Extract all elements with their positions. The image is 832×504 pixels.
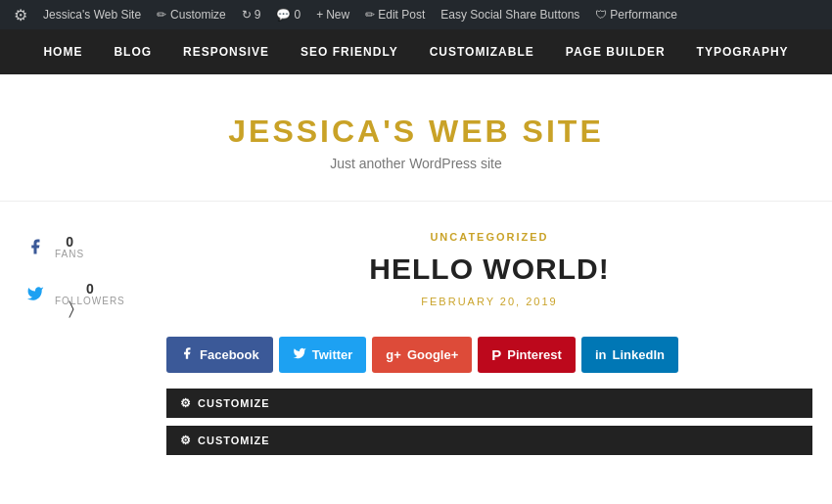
twitter-count: 0 (86, 282, 94, 296)
customize-label-2: CUSTOMIZE (198, 435, 270, 446)
share-buttons: Facebook Twitter g+ Google+ P Pinterest … (166, 337, 812, 373)
twitter-icon (20, 278, 51, 309)
facebook-label: FANS (55, 249, 84, 259)
share-linkedin-label: LinkedIn (612, 347, 664, 362)
customize-buttons: ⚙ CUSTOMIZE ⚙ CUSTOMIZE (166, 389, 812, 459)
facebook-count: 0 (66, 235, 73, 249)
nav-seo[interactable]: SEO FRIENDLY (285, 29, 414, 74)
share-twitter-label: Twitter (312, 347, 353, 362)
content-area: 0 FANS 0 FOLLOWERS 〉 UNCATEGORIZED HELLO… (0, 202, 832, 488)
nav-blog[interactable]: BLOG (98, 29, 167, 74)
comments-count: 0 (294, 8, 300, 22)
twitter-label: FOLLOWERS (55, 296, 125, 306)
share-facebook-label: Facebook (200, 347, 259, 362)
updates-link[interactable]: ↻ 9 (234, 0, 269, 29)
customize-button-2[interactable]: ⚙ CUSTOMIZE (166, 426, 812, 455)
post-date: FEBRUARY 20, 2019 (166, 296, 812, 307)
site-header: JESSICA'S WEB SITE Just another WordPres… (0, 74, 832, 202)
twitter-counter[interactable]: 0 FOLLOWERS 〉 (20, 278, 137, 309)
twitter-share-icon (293, 346, 306, 363)
easy-social-link[interactable]: Easy Social Share Buttons (433, 0, 587, 29)
main-content: UNCATEGORIZED HELLO WORLD! FEBRUARY 20, … (147, 231, 812, 459)
facebook-icon (20, 231, 51, 262)
nav-page-builder[interactable]: PAGE BUILDER (550, 29, 681, 74)
edit-post-link[interactable]: ✏ Edit Post (357, 0, 433, 29)
easy-social-label: Easy Social Share Buttons (440, 8, 579, 22)
site-name-link[interactable]: Jessica's Web Site (35, 0, 149, 29)
site-tagline: Just another WordPress site (0, 156, 832, 171)
main-nav: HOME BLOG RESPONSIVE SEO FRIENDLY CUSTOM… (0, 29, 832, 74)
performance-label: Performance (610, 8, 677, 22)
share-googleplus-button[interactable]: g+ Google+ (372, 337, 472, 373)
customize-label: Customize (170, 8, 226, 22)
nav-home[interactable]: HOME (27, 29, 98, 74)
site-name: Jessica's Web Site (43, 8, 141, 22)
new-label: New (326, 8, 349, 22)
admin-bar: ⚙ Jessica's Web Site ✏ Customize ↻ 9 💬 0… (0, 0, 832, 29)
share-pinterest-button[interactable]: P Pinterest (478, 337, 576, 373)
facebook-counter[interactable]: 0 FANS (20, 231, 137, 262)
refresh-icon: ↻ (242, 8, 252, 22)
gear-icon-2: ⚙ (180, 434, 192, 447)
googleplus-share-icon: g+ (386, 347, 401, 362)
edit-icon: ✏ (157, 8, 166, 22)
sidebar: 0 FANS 0 FOLLOWERS 〉 (20, 231, 147, 459)
share-twitter-button[interactable]: Twitter (279, 337, 367, 373)
share-pinterest-label: Pinterest (507, 347, 562, 362)
pencil-icon: ✏ (365, 8, 375, 22)
performance-link[interactable]: 🛡 Performance (587, 0, 685, 29)
shield-icon: 🛡 (595, 8, 607, 22)
site-title: JESSICA'S WEB SITE (0, 114, 832, 150)
edit-post-label: Edit Post (378, 8, 425, 22)
nav-customizable[interactable]: CUSTOMIZABLE (414, 29, 550, 74)
share-googleplus-label: Google+ (407, 347, 458, 362)
updates-count: 9 (254, 8, 261, 22)
pinterest-share-icon: P (491, 346, 501, 363)
gear-icon-1: ⚙ (180, 396, 192, 410)
wp-logo-link[interactable]: ⚙ (6, 0, 35, 29)
customize-button-1[interactable]: ⚙ CUSTOMIZE (166, 389, 812, 418)
nav-typography[interactable]: TYPOGRAPHY (681, 29, 805, 74)
comment-icon: 💬 (276, 8, 291, 22)
facebook-share-icon (180, 346, 194, 363)
share-linkedin-button[interactable]: in LinkedIn (581, 337, 678, 373)
customize-label-1: CUSTOMIZE (198, 397, 270, 409)
linkedin-share-icon: in (595, 347, 607, 362)
new-link[interactable]: + New (308, 0, 357, 29)
share-facebook-button[interactable]: Facebook (166, 337, 273, 373)
facebook-numbers: 0 FANS (55, 235, 84, 259)
customize-link[interactable]: ✏ Customize (149, 0, 234, 29)
comments-link[interactable]: 💬 0 (268, 0, 308, 29)
plus-icon: + (316, 8, 323, 22)
twitter-numbers: 0 FOLLOWERS (55, 282, 125, 306)
post-title: HELLO WORLD! (166, 252, 812, 286)
nav-responsive[interactable]: RESPONSIVE (167, 29, 285, 74)
wp-logo-icon: ⚙ (14, 6, 27, 24)
post-category: UNCATEGORIZED (166, 231, 812, 243)
